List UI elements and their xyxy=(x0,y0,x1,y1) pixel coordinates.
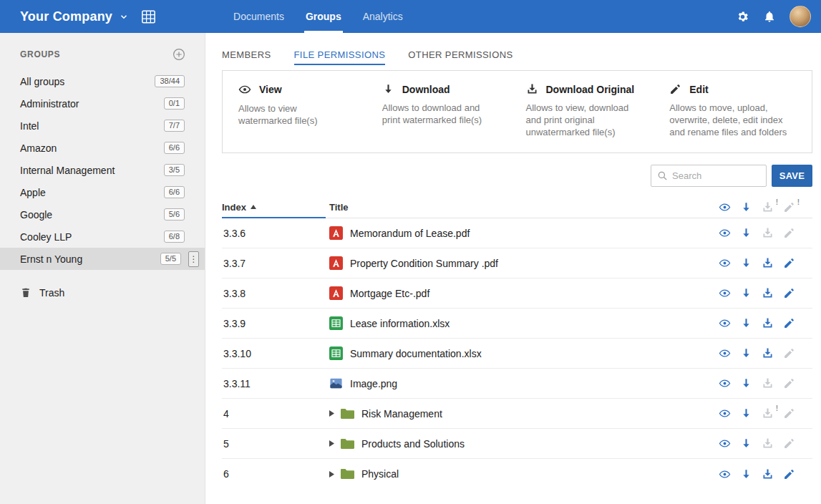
view-toggle[interactable]: ! xyxy=(719,407,731,420)
table-row: 3.3.6 Memorandum of Lease.pdf ! ! ! ! xyxy=(222,218,812,248)
main-panel: MEMBERS FILE PERMISSIONS OTHER PERMISSIO… xyxy=(205,33,821,504)
download-original-toggle[interactable]: ! xyxy=(762,317,774,329)
sidebar-item-apple[interactable]: Apple 6/6 xyxy=(0,181,205,203)
download-original-toggle[interactable]: ! xyxy=(762,377,774,389)
edit-toggle[interactable]: ! xyxy=(783,437,795,450)
row-permissions: ! ! ! ! xyxy=(719,317,812,329)
download-original-toggle[interactable]: ! xyxy=(762,227,774,239)
download-toggle[interactable]: ! xyxy=(740,287,752,299)
edit-column-icon[interactable]: ! xyxy=(783,201,795,213)
edit-toggle[interactable]: ! xyxy=(783,257,795,269)
column-header-title[interactable]: Title xyxy=(329,202,719,213)
download-toggle[interactable]: ! xyxy=(740,317,752,329)
view-toggle[interactable]: ! xyxy=(719,377,731,389)
sort-asc-icon xyxy=(251,205,256,209)
file-title: Property Condition Summary .pdf xyxy=(350,258,498,269)
group-list: All groups 38/44 Administrator 0/1 Intel… xyxy=(0,70,205,270)
view-toggle[interactable]: ! xyxy=(719,227,731,239)
tab-other-permissions[interactable]: OTHER PERMISSIONS xyxy=(408,49,512,65)
view-toggle[interactable]: ! xyxy=(719,468,731,480)
edit-toggle[interactable]: ! xyxy=(783,468,795,480)
plus-circle-icon xyxy=(173,48,185,61)
download-original-toggle[interactable]: ! xyxy=(762,257,774,269)
row-title-cell: Mortgage Etc-.pdf xyxy=(329,286,719,300)
download-original-toggle[interactable]: ! xyxy=(762,347,774,359)
group-name: Intel xyxy=(20,120,39,132)
download-original-toggle[interactable]: ! xyxy=(762,287,774,299)
avatar[interactable] xyxy=(790,6,811,27)
sidebar-item-cooley-llp[interactable]: Cooley LLP 6/8 xyxy=(0,226,205,248)
search-input[interactable] xyxy=(672,170,760,181)
edit-toggle[interactable]: ! xyxy=(783,317,795,329)
bell-icon[interactable] xyxy=(763,10,776,23)
tab-members[interactable]: MEMBERS xyxy=(222,49,271,65)
grid-icon[interactable] xyxy=(140,9,157,25)
edit-toggle[interactable]: ! xyxy=(783,227,795,239)
file-title: Mortgage Etc-.pdf xyxy=(350,288,429,299)
expand-caret-icon[interactable] xyxy=(329,410,334,417)
edit-toggle[interactable]: ! xyxy=(783,347,795,359)
company-switcher[interactable]: Your Company xyxy=(0,0,157,33)
add-group-button[interactable] xyxy=(173,48,185,61)
view-toggle[interactable]: ! xyxy=(719,257,731,269)
nav-analytics[interactable]: Analytics xyxy=(352,0,414,33)
edit-toggle[interactable]: ! xyxy=(783,287,795,299)
row-permissions: ! ! ! ! xyxy=(719,347,812,359)
row-permissions: ! ! ! ! xyxy=(719,437,812,450)
expand-caret-icon[interactable] xyxy=(329,440,334,447)
legend-download-original: Download Original Allows to view, downlo… xyxy=(526,83,653,138)
group-name: Ernst n Young xyxy=(20,253,82,265)
table-row: 4 Risk Management ! ! ! ! xyxy=(222,399,812,429)
group-menu-button[interactable]: ⋮ xyxy=(188,251,199,267)
sidebar-item-administrator[interactable]: Administrator 0/1 xyxy=(0,92,205,115)
table-row: 3.3.8 Mortgage Etc-.pdf ! ! ! ! xyxy=(222,278,812,309)
xlsx-icon xyxy=(329,346,343,360)
download-original-column-icon[interactable]: ! xyxy=(762,201,774,213)
pencil-icon xyxy=(669,83,681,95)
legend-edit: Edit Allows to move, upload, overwrite, … xyxy=(669,83,796,138)
table-row: 3.3.7 Property Condition Summary .pdf ! … xyxy=(222,248,812,278)
edit-toggle[interactable]: ! xyxy=(783,377,795,389)
expand-caret-icon[interactable] xyxy=(329,471,334,478)
sidebar-item-all-groups[interactable]: All groups 38/44 xyxy=(0,70,205,92)
sidebar-item-google[interactable]: Google 5/6 xyxy=(0,203,205,226)
nav-groups[interactable]: Groups xyxy=(295,0,352,33)
gear-icon[interactable] xyxy=(736,10,749,24)
legend-description: Allows to view watermarked file(s) xyxy=(238,102,335,127)
download-original-toggle[interactable]: ! xyxy=(762,407,774,420)
groups-sidebar: GROUPS All groups 38/44 Administrator 0/… xyxy=(0,33,205,504)
view-toggle[interactable]: ! xyxy=(719,317,731,329)
download-toggle[interactable]: ! xyxy=(740,377,752,389)
save-button[interactable]: SAVE xyxy=(772,165,812,187)
sidebar-item-trash[interactable]: Trash xyxy=(0,287,205,299)
download-column-icon[interactable]: ! xyxy=(740,201,752,213)
view-column-icon[interactable]: ! xyxy=(719,201,731,213)
row-index: 3.3.10 xyxy=(222,348,329,359)
view-toggle[interactable]: ! xyxy=(719,287,731,299)
group-count-badge: 6/8 xyxy=(164,231,185,243)
sidebar-item-ernst-n-young[interactable]: Ernst n Young 5/5 ⋮ xyxy=(0,248,205,270)
download-toggle[interactable]: ! xyxy=(740,468,752,480)
download-toggle[interactable]: ! xyxy=(740,407,752,420)
group-name: Internal Management xyxy=(20,165,115,176)
file-title: Memorandum of Lease.pdf xyxy=(350,228,470,239)
view-toggle[interactable]: ! xyxy=(719,347,731,359)
download-toggle[interactable]: ! xyxy=(740,227,752,239)
folder-title: Risk Management xyxy=(361,408,442,420)
edit-toggle[interactable]: ! xyxy=(783,407,795,420)
sidebar-item-amazon[interactable]: Amazon 6/6 xyxy=(0,137,205,159)
download-toggle[interactable]: ! xyxy=(740,437,752,450)
download-original-toggle[interactable]: ! xyxy=(762,437,774,450)
row-index: 3.3.9 xyxy=(222,318,329,329)
sidebar-item-intel[interactable]: Intel 7/7 xyxy=(0,115,205,137)
legend-title: View xyxy=(259,84,282,95)
sidebar-item-internal-management[interactable]: Internal Management 3/5 xyxy=(0,159,205,181)
nav-documents[interactable]: Documents xyxy=(223,0,295,33)
download-original-toggle[interactable]: ! xyxy=(762,468,774,480)
tab-file-permissions[interactable]: FILE PERMISSIONS xyxy=(294,49,386,65)
download-toggle[interactable]: ! xyxy=(740,347,752,359)
view-toggle[interactable]: ! xyxy=(719,437,731,450)
column-header-index[interactable]: Index xyxy=(222,202,329,213)
top-bar-actions xyxy=(736,0,821,33)
download-toggle[interactable]: ! xyxy=(740,257,752,269)
